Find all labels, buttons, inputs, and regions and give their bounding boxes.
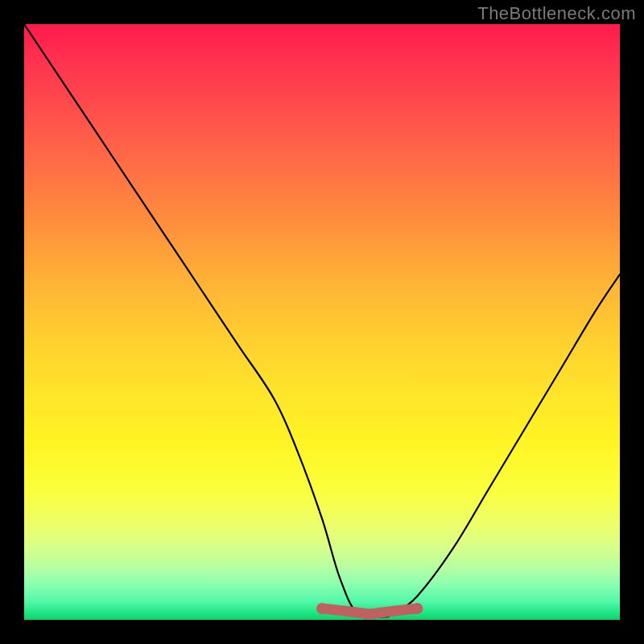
bottleneck-curve [24,24,620,618]
curve-layer [24,24,620,620]
highlight-dot-right [411,603,423,614]
highlight-dot-left [316,603,328,614]
watermark-text: TheBottleneck.com [477,3,636,24]
chart-frame: TheBottleneck.com [0,0,644,644]
plot-area [24,24,620,620]
highlight-band [322,609,417,614]
